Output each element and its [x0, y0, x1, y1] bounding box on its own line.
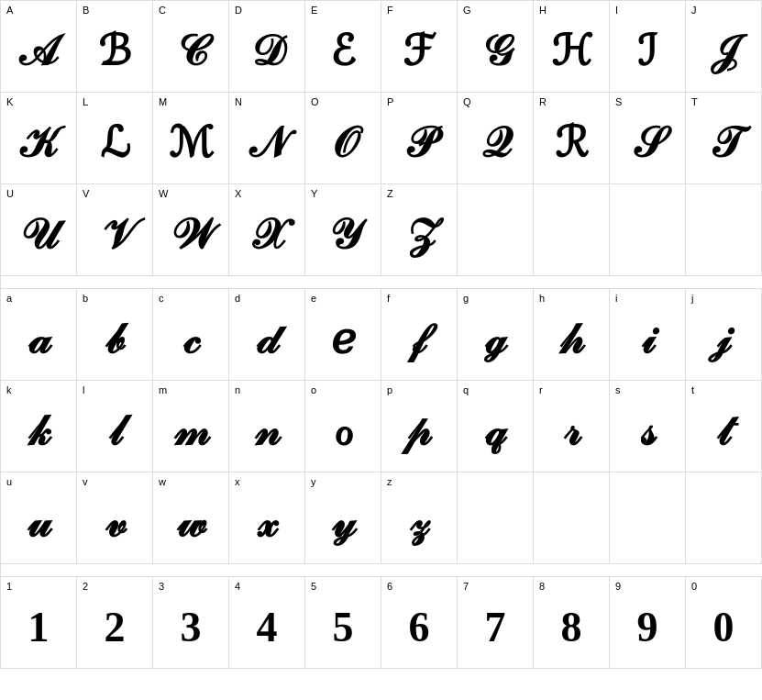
cell-glyph: 9	[637, 606, 658, 649]
cell-label: y	[311, 476, 316, 487]
character-cell-w: w𝓌	[153, 472, 229, 564]
character-cell-9: 99	[610, 577, 686, 669]
character-cell-V: V𝒱	[77, 184, 153, 276]
section-gap-2	[1, 564, 762, 577]
character-cell-h: h𝒽	[534, 289, 610, 381]
character-cell-n: n𝓃	[229, 381, 305, 472]
cell-label: e	[311, 293, 316, 304]
cell-glyph: ℰ	[330, 30, 356, 72]
character-cell-	[686, 184, 762, 276]
cell-label: u	[6, 476, 12, 487]
cell-glyph: 8	[561, 606, 582, 649]
character-cell-8: 88	[534, 577, 610, 669]
cell-label: 4	[235, 581, 240, 592]
character-cell-	[610, 184, 686, 276]
character-cell-d: d𝒹	[229, 289, 305, 381]
character-cell-W: W𝒲	[153, 184, 229, 276]
cell-glyph: 𝒸	[183, 318, 199, 361]
cell-label: 8	[539, 581, 545, 592]
cell-label: n	[235, 384, 240, 395]
character-cell-Y: Y𝒴	[305, 184, 381, 276]
character-cell-1: 11	[1, 577, 77, 669]
cell-glyph: 3	[181, 606, 202, 649]
cell-label: M	[159, 96, 167, 107]
cell-glyph: 𝒪	[331, 122, 356, 164]
cell-glyph: 𝒬	[480, 122, 510, 164]
cell-label: O	[311, 96, 319, 107]
cell-label: d	[235, 293, 240, 304]
character-cell-H: Hℋ	[534, 1, 610, 93]
cell-label: i	[615, 293, 617, 304]
character-cell-R: Rℛ	[534, 93, 610, 184]
cell-glyph: 𝒦	[21, 122, 56, 164]
character-cell-2: 22	[77, 577, 153, 669]
cell-glyph: 0	[713, 606, 734, 649]
cell-label: F	[387, 5, 393, 16]
cell-glyph: 𝓀	[28, 410, 50, 452]
character-cell-F: Fℱ	[381, 1, 458, 93]
character-cell-s: s𝓈	[610, 381, 686, 472]
cell-label: 9	[615, 581, 621, 592]
cell-glyph: 𝒹	[257, 318, 278, 361]
cell-label: p	[387, 384, 392, 395]
character-cell-T: T𝒯	[686, 93, 762, 184]
character-cell-U: U𝒰	[1, 184, 77, 276]
cell-label: m	[159, 384, 167, 395]
character-cell-A: A𝒜	[1, 1, 77, 93]
character-cell-C: C𝒞	[153, 1, 229, 93]
character-cell-O: O𝒪	[305, 93, 381, 184]
cell-glyph: 𝒻	[413, 318, 425, 361]
cell-label: j	[691, 293, 693, 304]
cell-label: U	[6, 188, 14, 199]
cell-label: N	[235, 96, 242, 107]
cell-label: t	[691, 384, 694, 395]
cell-label: g	[463, 293, 469, 304]
cell-glyph: 4	[257, 606, 278, 649]
character-cell-3: 33	[153, 577, 229, 669]
character-cell-G: G𝒢	[458, 1, 534, 93]
cell-glyph: 𝒯	[711, 122, 737, 164]
cell-glyph: 𝓆	[485, 410, 505, 452]
character-cell-X: X𝒳	[229, 184, 305, 276]
cell-label: q	[463, 384, 469, 395]
cell-label: P	[387, 96, 393, 107]
character-cell-u: u𝓊	[1, 472, 77, 564]
character-cell-M: Mℳ	[153, 93, 229, 184]
cell-glyph: 𝒫	[404, 122, 435, 164]
character-cell-l: l𝓁	[77, 381, 153, 472]
cell-glyph: 𝓎	[332, 502, 355, 544]
cell-glyph: 5	[333, 606, 354, 649]
cell-glyph: 𝒷	[105, 318, 124, 361]
cell-label: v	[83, 476, 88, 487]
cell-glyph: ℐ	[637, 30, 657, 72]
cell-label: z	[387, 476, 392, 487]
cell-glyph: 𝓃	[255, 410, 280, 452]
cell-label: x	[235, 476, 240, 487]
character-cell-0: 00	[686, 577, 762, 669]
character-cell-K: K𝒦	[1, 93, 77, 184]
cell-label: K	[6, 96, 13, 107]
character-cell-	[686, 472, 762, 564]
cell-glyph: ℊ	[485, 318, 506, 361]
cell-label: Y	[311, 188, 317, 199]
character-cell-Z: Z𝒵	[381, 184, 458, 276]
character-cell-x: x𝓍	[229, 472, 305, 564]
character-cell-	[458, 472, 534, 564]
character-cell-I: Iℐ	[610, 1, 686, 93]
cell-glyph: 𝒩	[250, 122, 284, 164]
character-cell-L: Lℒ	[77, 93, 153, 184]
character-cell-b: b𝒷	[77, 289, 153, 381]
character-cell-S: S𝒮	[610, 93, 686, 184]
cell-label: h	[539, 293, 545, 304]
character-cell-D: D𝒟	[229, 1, 305, 93]
cell-glyph: ℳ	[169, 122, 214, 164]
cell-glyph: 7	[485, 606, 506, 649]
cell-glyph: 𝓁	[109, 410, 121, 452]
cell-label: 5	[311, 581, 316, 592]
cell-label: L	[83, 96, 88, 107]
character-grid: A𝒜BℬC𝒞D𝒟EℰFℱG𝒢HℋIℐJ𝒥K𝒦LℒMℳN𝒩O𝒪P𝒫Q𝒬RℛS𝒮T𝒯…	[0, 0, 762, 669]
cell-label: V	[83, 188, 89, 199]
character-cell-z: z𝓏	[381, 472, 458, 564]
cell-glyph: 𝒜	[20, 30, 57, 72]
character-cell-	[534, 184, 610, 276]
